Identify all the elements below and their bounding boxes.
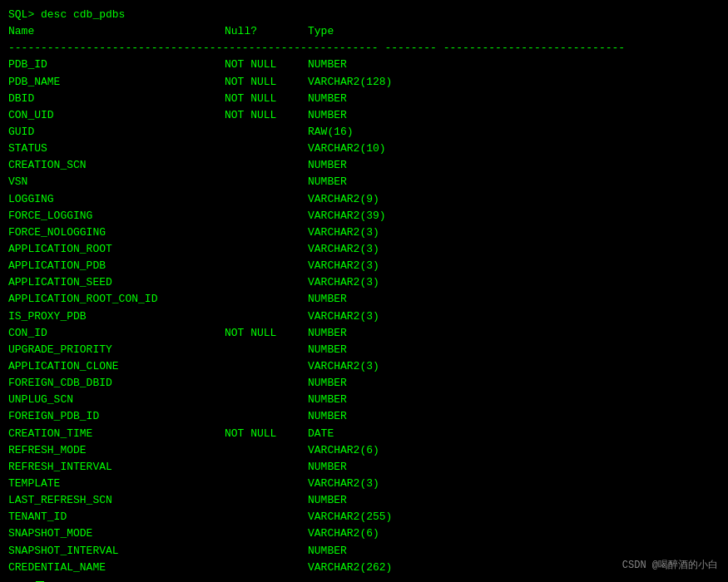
- table-row: SNAPSHOT_MODEVARCHAR2(6): [8, 525, 720, 542]
- row-name: PDB_NAME: [8, 74, 225, 91]
- table-row: FORCE_NOLOGGINGVARCHAR2(3): [8, 224, 720, 241]
- table-row: TEMPLATEVARCHAR2(3): [8, 476, 720, 492]
- table-row: GUIDRAW(16): [8, 124, 720, 141]
- row-type: NUMBER: [308, 57, 347, 73]
- row-name: CREATION_TIME: [8, 426, 225, 442]
- table-row: IS_PROXY_PDBVARCHAR2(3): [8, 308, 720, 325]
- watermark: CSDN @喝醉酒的小白: [622, 558, 718, 572]
- row-name: FOREIGN_PDB_ID: [8, 408, 225, 425]
- table-row: CREATION_TIMENOT NULLDATE: [8, 426, 720, 442]
- row-name: GUID: [8, 124, 225, 141]
- row-name: STATUS: [8, 141, 225, 157]
- row-type: NUMBER: [308, 325, 347, 342]
- table-row: STATUSVARCHAR2(10): [8, 141, 720, 157]
- row-name: FORCE_LOGGING: [8, 208, 225, 224]
- table-row: APPLICATION_ROOT_CON_IDNUMBER: [8, 291, 720, 308]
- row-type: NUMBER: [308, 107, 347, 124]
- row-type: VARCHAR2(3): [308, 308, 379, 325]
- row-type: NUMBER: [308, 375, 347, 392]
- row-name: SNAPSHOT_MODE: [8, 525, 225, 542]
- row-type: NUMBER: [308, 392, 347, 408]
- row-name: UNPLUG_SCN: [8, 392, 225, 408]
- row-name: APPLICATION_SEED: [8, 274, 225, 291]
- row-name: APPLICATION_ROOT_CON_ID: [8, 291, 225, 308]
- row-type: NUMBER: [308, 459, 347, 476]
- row-name: APPLICATION_CLONE: [8, 358, 225, 375]
- table-row: REFRESH_INTERVALNUMBER: [8, 459, 720, 476]
- table-row: DBIDNOT NULLNUMBER: [8, 91, 720, 107]
- separator-line: ----------------------------------------…: [8, 40, 720, 57]
- row-name: CREDENTIAL_NAME: [8, 560, 225, 576]
- row-type: VARCHAR2(3): [308, 258, 379, 274]
- row-type: VARCHAR2(128): [308, 74, 392, 91]
- table-row: APPLICATION_PDBVARCHAR2(3): [8, 258, 720, 274]
- row-null: NOT NULL: [225, 426, 308, 442]
- row-type: NUMBER: [308, 91, 347, 107]
- table-row: LAST_REFRESH_SCNNUMBER: [8, 492, 720, 509]
- row-name: APPLICATION_ROOT: [8, 241, 225, 258]
- row-type: VARCHAR2(6): [308, 442, 379, 459]
- table-row: LOGGINGVARCHAR2(9): [8, 191, 720, 208]
- rows-container: PDB_IDNOT NULLNUMBERPDB_NAMENOT NULLVARC…: [8, 57, 720, 575]
- table-row: UPGRADE_PRIORITYNUMBER: [8, 342, 720, 358]
- row-name: CON_UID: [8, 107, 225, 124]
- row-type: VARCHAR2(3): [308, 358, 379, 375]
- row-type: VARCHAR2(10): [308, 141, 386, 157]
- row-type: NUMBER: [308, 157, 347, 174]
- row-name: LOGGING: [8, 191, 225, 208]
- row-name: VSN: [8, 174, 225, 190]
- row-type: NUMBER: [308, 291, 347, 308]
- row-name: FOREIGN_CDB_DBID: [8, 375, 225, 392]
- table-row: VSNNUMBER: [8, 174, 720, 190]
- row-type: NUMBER: [308, 408, 347, 425]
- row-type: VARCHAR2(3): [308, 241, 379, 258]
- col-header-null: Null?: [225, 23, 308, 40]
- row-name: REFRESH_MODE: [8, 442, 225, 459]
- row-type: NUMBER: [308, 174, 347, 190]
- row-type: DATE: [308, 426, 334, 442]
- command-line: SQL> desc cdb_pdbs: [8, 7, 720, 23]
- row-null: NOT NULL: [225, 107, 308, 124]
- table-row: TENANT_IDVARCHAR2(255): [8, 509, 720, 525]
- row-name: TENANT_ID: [8, 509, 225, 525]
- row-type: VARCHAR2(9): [308, 191, 379, 208]
- table-header: NameNull?Type: [8, 23, 720, 40]
- table-row: CON_UIDNOT NULLNUMBER: [8, 107, 720, 124]
- row-type: NUMBER: [308, 342, 347, 358]
- row-type: VARCHAR2(3): [308, 476, 379, 492]
- table-row: FOREIGN_CDB_DBIDNUMBER: [8, 375, 720, 392]
- row-name: CREATION_SCN: [8, 157, 225, 174]
- table-row: CREATION_SCNNUMBER: [8, 157, 720, 174]
- row-type: NUMBER: [308, 543, 347, 560]
- row-name: UPGRADE_PRIORITY: [8, 342, 225, 358]
- table-row: PDB_NAMENOT NULLVARCHAR2(128): [8, 74, 720, 91]
- row-type: VARCHAR2(6): [308, 525, 379, 542]
- row-type: VARCHAR2(3): [308, 224, 379, 241]
- row-name: SNAPSHOT_INTERVAL: [8, 543, 225, 560]
- row-null: NOT NULL: [225, 74, 308, 91]
- row-name: CON_ID: [8, 325, 225, 342]
- row-name: PDB_ID: [8, 57, 225, 73]
- row-name: DBID: [8, 91, 225, 107]
- table-row: CREDENTIAL_NAMEVARCHAR2(262): [8, 560, 720, 576]
- row-type: VARCHAR2(39): [308, 208, 386, 224]
- row-name: APPLICATION_PDB: [8, 258, 225, 274]
- row-type: VARCHAR2(262): [308, 560, 392, 576]
- row-null: NOT NULL: [225, 325, 308, 342]
- row-name: REFRESH_INTERVAL: [8, 459, 225, 476]
- row-name: IS_PROXY_PDB: [8, 308, 225, 325]
- table-row: UNPLUG_SCNNUMBER: [8, 392, 720, 408]
- row-name: FORCE_NOLOGGING: [8, 224, 225, 241]
- table-row: REFRESH_MODEVARCHAR2(6): [8, 442, 720, 459]
- row-null: NOT NULL: [225, 91, 308, 107]
- table-row: FORCE_LOGGINGVARCHAR2(39): [8, 208, 720, 224]
- row-type: NUMBER: [308, 492, 347, 509]
- table-row: APPLICATION_CLONEVARCHAR2(3): [8, 358, 720, 375]
- row-type: VARCHAR2(255): [308, 509, 392, 525]
- table-row: SNAPSHOT_INTERVALNUMBER: [8, 543, 720, 560]
- row-null: NOT NULL: [225, 57, 308, 73]
- col-header-name: Name: [8, 23, 225, 40]
- table-row: FOREIGN_PDB_IDNUMBER: [8, 408, 720, 425]
- row-type: RAW(16): [308, 124, 354, 141]
- col-header-type: Type: [308, 23, 334, 40]
